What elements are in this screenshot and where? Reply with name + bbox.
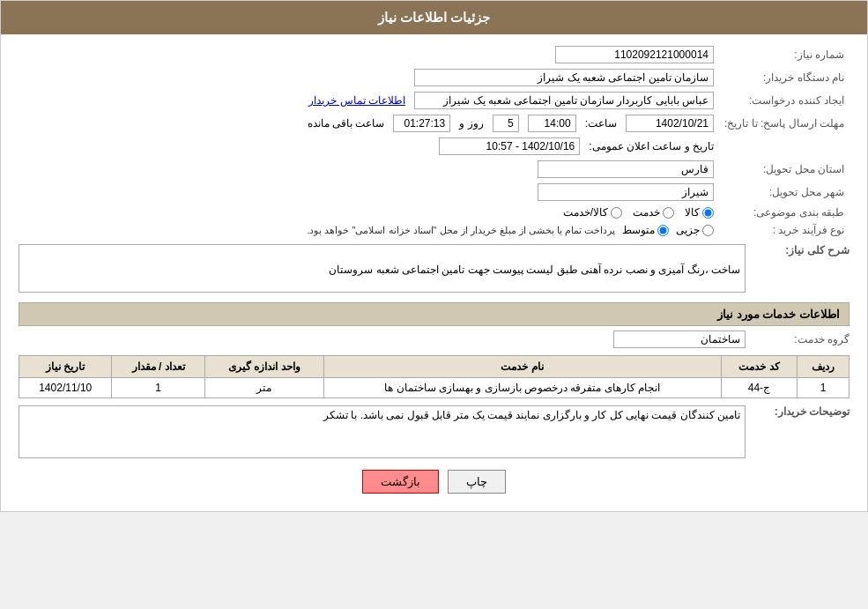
- remaining-label: ساعت باقی مانده: [308, 117, 385, 130]
- col-header-date: تاریخ نیاز: [19, 356, 112, 378]
- col-header-name: نام خدمت: [323, 356, 721, 378]
- date-value: 1402/10/21: [626, 115, 714, 132]
- remaining-value: 01:27:13: [393, 115, 450, 132]
- days-label: روز و: [459, 117, 483, 130]
- cat-option-kala[interactable]: کالا: [685, 206, 714, 219]
- process-label: نوع فرآیند خرید :: [719, 221, 849, 239]
- proc-option-mottavasset-label: متوسط: [622, 224, 655, 236]
- back-button[interactable]: بازگشت: [362, 470, 439, 494]
- creator-link[interactable]: اطلاعات تماس خریدار: [308, 94, 405, 107]
- service-group-value: ساختمان: [613, 330, 746, 348]
- reply-deadline-label: مهلت ارسال پاسخ: تا تاریخ:: [719, 112, 849, 135]
- table-row: 1ج-44انجام کارهای متفرقه درخصوص بازسازی …: [19, 378, 849, 398]
- province-label: استان محل تحویل:: [719, 158, 849, 181]
- buyer-notes-textarea[interactable]: [19, 405, 746, 458]
- proc-option-joz-label: جزیی: [676, 224, 700, 236]
- proc-option-joz[interactable]: جزیی: [676, 224, 714, 236]
- services-table: ردیف کد خدمت نام خدمت واحد اندازه گیری ت…: [19, 355, 849, 398]
- cat-option-kala-khedmat[interactable]: کالا/خدمت: [563, 206, 622, 219]
- services-section-title: اطلاعات خدمات مورد نیاز: [19, 302, 849, 326]
- need-number-value: 1102092121000014: [555, 46, 714, 63]
- cat-option-khedmat[interactable]: خدمت: [633, 206, 674, 219]
- button-row: چاپ بازگشت: [19, 470, 849, 494]
- buyer-org-label: نام دستگاه خریدار:: [719, 66, 849, 89]
- need-desc-label: شرح کلی نیاز:: [753, 244, 849, 256]
- info-table: شماره نیاز: 1102092121000014 نام دستگاه …: [19, 43, 849, 239]
- creator-label: ایجاد کننده درخواست:: [719, 89, 849, 112]
- buyer-notes-container: تامین کنندگان قیمت نهایی کل کار و بارگزا…: [19, 405, 746, 461]
- need-desc-container: ساخت ،رنگ آمیزی و نصب نرده آهنی طبق لیست…: [19, 244, 746, 295]
- col-header-row: ردیف: [798, 356, 849, 378]
- announce-label: تاریخ و ساعت اعلان عمومی:: [589, 140, 714, 152]
- proc-description: پرداخت تمام یا بخشی از مبلغ خریدار از مح…: [307, 225, 615, 236]
- category-radio-group: کالا خدمت کالا/خدمت: [24, 206, 714, 219]
- need-desc-textarea[interactable]: [19, 244, 746, 293]
- proc-option-mottavasset[interactable]: متوسط: [622, 224, 669, 236]
- cat-option-kala-label: کالا: [685, 206, 700, 219]
- col-header-code: کد خدمت: [721, 356, 798, 378]
- service-group-label: گروه خدمت:: [753, 333, 849, 345]
- need-desc-row: شرح کلی نیاز: ساخت ،رنگ آمیزی و نصب نرده…: [19, 244, 849, 295]
- creator-name: عباس بابایی کاربردار سازمان تامین اجتماع…: [414, 92, 714, 109]
- page-title: جزئیات اطلاعات نیاز: [378, 10, 490, 25]
- need-number-label: شماره نیاز:: [719, 43, 849, 66]
- print-button[interactable]: چاپ: [448, 470, 506, 494]
- page-header: جزئیات اطلاعات نیاز: [1, 1, 867, 34]
- main-content: شماره نیاز: 1102092121000014 نام دستگاه …: [1, 34, 867, 511]
- city-value: شیراز: [538, 183, 714, 201]
- col-header-unit: واحد اندازه گیری: [204, 356, 323, 378]
- city-label: شهر محل تحویل:: [719, 181, 849, 204]
- cat-option-khedmat-label: خدمت: [633, 206, 660, 219]
- page-wrapper: جزئیات اطلاعات نیاز شماره نیاز: 11020921…: [0, 0, 868, 512]
- category-label: طبقه بندی موضوعی:: [719, 204, 849, 221]
- days-value: 5: [493, 115, 519, 132]
- buyer-org-value: سازمان تامین اجتماعی شعبه یک شیراز: [414, 69, 714, 86]
- buyer-notes-label: توضیحات خریدار:: [753, 405, 849, 418]
- buyer-notes-row: توضیحات خریدار: تامین کنندگان قیمت نهایی…: [19, 405, 849, 461]
- cat-option-kala-khedmat-label: کالا/خدمت: [563, 206, 608, 219]
- service-group-row: گروه خدمت: ساختمان: [19, 330, 849, 348]
- province-value: فارس: [538, 160, 714, 178]
- announce-value: 1402/10/16 - 10:57: [439, 137, 580, 155]
- col-header-qty: تعداد / مقدار: [112, 356, 204, 378]
- time-label: ساعت:: [585, 117, 617, 130]
- time-value: 14:00: [528, 115, 576, 132]
